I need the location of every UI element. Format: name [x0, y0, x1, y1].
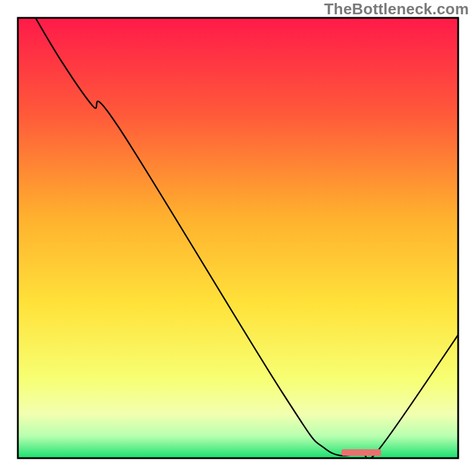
chart-container: TheBottleneck.com: [0, 0, 476, 476]
watermark-text: TheBottleneck.com: [324, 0, 469, 18]
optimal-range-marker: [342, 449, 381, 456]
plot-background: [18, 18, 458, 458]
bottleneck-chart: [0, 0, 476, 476]
